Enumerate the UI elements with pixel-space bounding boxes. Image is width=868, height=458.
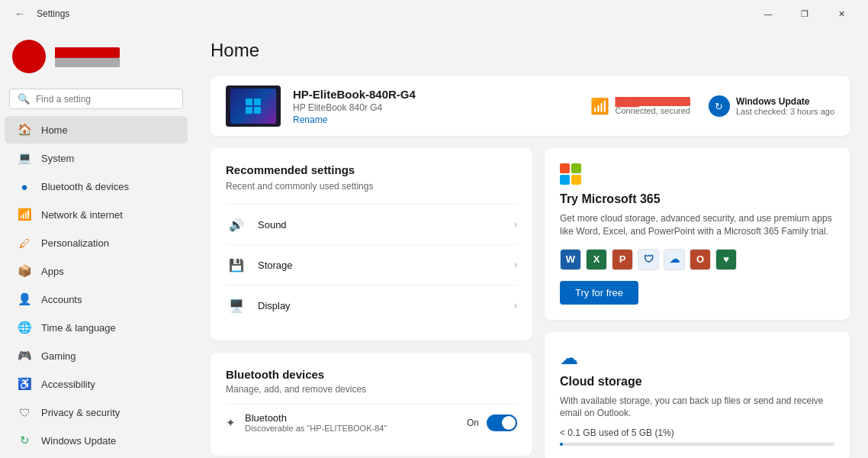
sidebar-item-time[interactable]: 🌐Time & language <box>5 314 188 341</box>
bt-info: Bluetooth Discoverable as "HP-ELITEBOOK-… <box>245 412 387 433</box>
personalization-nav-icon: 🖊 <box>17 235 32 250</box>
accounts-nav-icon: 👤 <box>17 292 32 307</box>
sidebar-item-network[interactable]: 📶Network & internet <box>5 201 188 228</box>
recommended-subtitle: Recent and commonly used settings <box>226 181 517 192</box>
user-email: ████████████ <box>55 58 120 66</box>
setting-left-storage: 💾 Storage <box>226 254 293 276</box>
sidebar-item-label-home: Home <box>41 124 68 136</box>
chevron-icon-storage: › <box>514 260 517 270</box>
device-right: 📶 ████ Connected, secured ↻ Windows Upda… <box>590 95 834 117</box>
bt-item-left: ✦ Bluetooth Discoverable as "HP-ELITEBOO… <box>226 412 387 433</box>
chevron-icon-sound: › <box>514 219 517 230</box>
bluetooth-toggle[interactable] <box>487 414 517 431</box>
setting-label-storage: Storage <box>258 260 293 271</box>
avatar <box>12 40 46 73</box>
update-label: Windows Update <box>736 96 834 107</box>
sound-icon: 🔊 <box>226 214 247 235</box>
bt-subtitle: Manage, add, and remove devices <box>226 384 517 395</box>
device-model: HP EliteBook 840r G4 <box>293 102 416 113</box>
sidebar-item-label-privacy: Privacy & security <box>41 407 120 418</box>
user-section[interactable]: ████████ ████████████ <box>0 31 192 82</box>
device-name: HP-EliteBook-840R-G4 <box>293 88 416 101</box>
cloud-storage-card: ☁ Cloud storage With available storage, … <box>545 332 850 458</box>
sidebar-item-home[interactable]: 🏠Home <box>5 116 188 144</box>
device-info: HP-EliteBook-840R-G4 HP EliteBook 840r G… <box>293 88 416 125</box>
ms365-logo <box>560 163 581 185</box>
sidebar-item-apps[interactable]: 📦Apps <box>5 257 188 285</box>
ms365-app-icons: WXP🛡☁O♥ <box>560 249 834 270</box>
bluetooth-icon: ✦ <box>226 416 236 430</box>
storage-icon: 💾 <box>226 254 247 276</box>
setting-left-sound: 🔊 Sound <box>226 214 287 235</box>
ms365-app-icon-2: P <box>612 249 633 270</box>
sidebar-item-label-accessibility: Accessibility <box>41 379 95 390</box>
setting-item-sound[interactable]: 🔊 Sound › <box>226 204 517 244</box>
time-nav-icon: 🌐 <box>17 320 32 335</box>
sidebar-item-privacy[interactable]: 🛡Privacy & security <box>5 398 188 426</box>
minimize-button[interactable]: — <box>751 2 786 26</box>
sidebar-item-update[interactable]: ↻Windows Update <box>5 427 188 454</box>
home-nav-icon: 🏠 <box>17 122 32 137</box>
ms365-app-icon-6: ♥ <box>715 249 737 270</box>
bt-title: Bluetooth devices <box>226 368 517 381</box>
sidebar-item-label-accounts: Accounts <box>41 294 82 305</box>
bt-item-right: On <box>467 414 517 431</box>
setting-label-sound: Sound <box>258 219 287 231</box>
update-icon: ↻ <box>709 95 730 117</box>
accessibility-nav-icon: ♿ <box>17 376 32 392</box>
recommended-title: Recommended settings <box>226 163 517 176</box>
two-col-layout: Recommended settings Recent and commonly… <box>211 148 850 458</box>
update-nav-icon: ↻ <box>17 433 32 448</box>
setting-item-storage[interactable]: 💾 Storage › <box>226 244 517 285</box>
sidebar-item-accessibility[interactable]: ♿Accessibility <box>5 370 188 398</box>
ms365-app-icon-5: O <box>690 249 711 270</box>
cloud-desc: With available storage, you can back up … <box>560 395 834 421</box>
app-container: ████████ ████████████ 🔍 🏠Home💻System●Blu… <box>0 24 868 458</box>
try-for-free-button[interactable]: Try for free <box>560 281 638 305</box>
nav-list: 🏠Home💻System●Bluetooth & devices📶Network… <box>0 115 192 455</box>
device-bar: HP-EliteBook-840R-G4 HP EliteBook 840r G… <box>211 76 850 136</box>
setting-item-display[interactable]: 🖥️ Display › <box>226 285 517 325</box>
sidebar-item-label-time: Time & language <box>41 322 116 334</box>
setting-left-display: 🖥️ Display <box>226 295 291 316</box>
device-image <box>226 85 281 127</box>
search-box[interactable]: 🔍 <box>9 89 183 109</box>
sidebar-item-accounts[interactable]: 👤Accounts <box>5 285 188 313</box>
window-controls: — ❐ ✕ <box>751 2 859 26</box>
cloud-usage: < 0.1 GB used of 5 GB (1%) <box>560 427 834 438</box>
ms365-title: Try Microsoft 365 <box>560 192 834 206</box>
app-title: Settings <box>37 8 69 19</box>
back-button[interactable]: ← <box>9 3 31 24</box>
bluetooth-nav-icon: ● <box>17 179 32 194</box>
close-button[interactable]: ✕ <box>824 2 859 26</box>
sidebar-item-bluetooth[interactable]: ●Bluetooth & devices <box>5 173 188 200</box>
sidebar-item-gaming[interactable]: 🎮Gaming <box>5 342 188 369</box>
cloud-icon: ☁ <box>560 347 834 369</box>
user-name: ████████ <box>55 47 120 58</box>
sidebar-item-personalization[interactable]: 🖊Personalization <box>5 229 188 256</box>
chevron-icon-display: › <box>514 300 517 311</box>
sidebar-item-label-update: Windows Update <box>41 435 116 447</box>
maximize-button[interactable]: ❐ <box>787 2 822 26</box>
ms365-app-icon-1: X <box>586 249 607 270</box>
bt-on-label: On <box>467 418 479 428</box>
display-icon: 🖥️ <box>226 295 247 316</box>
cloud-title: Cloud storage <box>560 375 834 389</box>
search-icon: 🔍 <box>18 93 30 105</box>
ms365-desc: Get more cloud storage, advanced securit… <box>560 212 834 238</box>
update-sub: Last checked: 3 hours ago <box>736 107 834 116</box>
device-left: HP-EliteBook-840R-G4 HP EliteBook 840r G… <box>226 85 416 127</box>
bt-list: ✦ Bluetooth Discoverable as "HP-ELITEBOO… <box>226 404 517 440</box>
search-input[interactable] <box>36 94 175 105</box>
network-nav-icon: 📶 <box>17 207 32 222</box>
update-status: ↻ Windows Update Last checked: 3 hours a… <box>709 95 834 117</box>
bluetooth-card: Bluetooth devices Manage, add, and remov… <box>211 353 532 456</box>
user-info: ████████ ████████████ <box>55 47 120 66</box>
sidebar-item-system[interactable]: 💻System <box>5 144 188 172</box>
windows-logo <box>246 98 261 114</box>
rename-link[interactable]: Rename <box>293 114 416 125</box>
sidebar-item-label-gaming: Gaming <box>41 350 76 362</box>
update-info: Windows Update Last checked: 3 hours ago <box>736 96 834 116</box>
settings-list: 🔊 Sound › 💾 Storage › 🖥️ Display › <box>226 204 517 325</box>
privacy-nav-icon: 🛡 <box>17 405 32 420</box>
